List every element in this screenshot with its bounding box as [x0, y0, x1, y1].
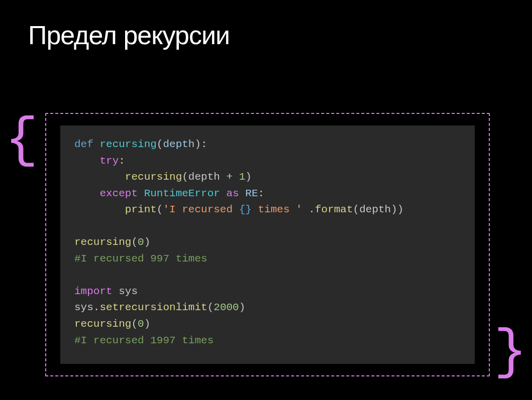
method-setrecursionlimit: setrecursionlimit [99, 302, 207, 313]
keyword-as: as [227, 188, 239, 199]
argument: depth [359, 204, 391, 215]
number-literal: 2000 [214, 302, 239, 313]
decorative-brace-left: { [5, 113, 38, 168]
dot-access: . [302, 204, 315, 215]
paren-open: ( [157, 139, 163, 150]
keyword-except: except [99, 188, 138, 199]
function-call: recursing [125, 171, 182, 183]
string-literal: times ' [252, 204, 302, 215]
number-literal: 1 [239, 171, 246, 183]
colon: : [258, 188, 265, 199]
argument: depth [188, 171, 220, 183]
comment-output: #I recursed 997 times [74, 253, 207, 264]
operator-plus: + [220, 171, 239, 183]
function-name: recursing [99, 139, 156, 150]
paren-open: ( [131, 236, 138, 248]
decorative-brace-right: } [494, 325, 527, 380]
keyword-def: def [74, 139, 93, 150]
colon: : [119, 155, 125, 167]
module-name: sys [119, 286, 138, 297]
keyword-import: import [74, 286, 113, 297]
keyword-try: try [99, 155, 119, 167]
paren-close: ) [245, 171, 252, 183]
paren-open: ( [182, 171, 188, 183]
method-format: format [315, 204, 353, 215]
paren-close: ) [239, 302, 246, 313]
function-call: recursing [74, 236, 131, 248]
slide-title: Предел рекурсии [0, 0, 532, 50]
builtin-print: print [125, 204, 157, 215]
module-ref: sys [74, 302, 93, 313]
paren-open: ( [157, 204, 163, 215]
paren-open: ( [353, 204, 360, 215]
string-literal: 'I recursed [163, 204, 239, 215]
paren-close: ) [144, 318, 151, 330]
dot: . [93, 302, 100, 313]
paren-close: ) [144, 236, 151, 248]
paren-close: )) [391, 204, 403, 215]
class-name: RuntimeError [144, 188, 220, 199]
function-call: recursing [74, 318, 131, 330]
parameter: depth [163, 139, 194, 150]
format-placeholder: {} [239, 204, 252, 215]
comment-output: #I recursed 1997 times [74, 335, 214, 346]
paren-open: ( [207, 302, 214, 313]
code-block: def recursing(depth): try: recursing(dep… [60, 125, 475, 364]
paren-open: ( [131, 318, 138, 330]
variable: RE [245, 188, 258, 199]
paren-close-colon: ): [194, 139, 207, 150]
number-literal: 0 [138, 236, 144, 248]
number-literal: 0 [138, 318, 144, 330]
